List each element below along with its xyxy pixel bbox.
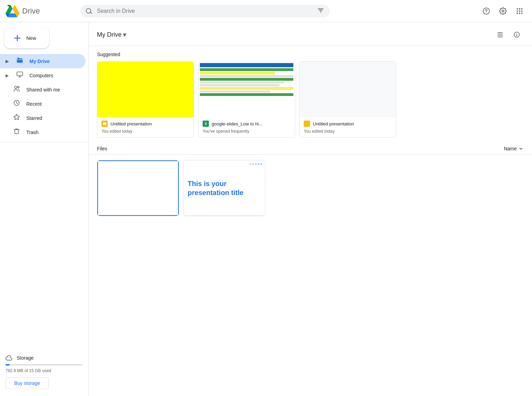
google-drive-logo-icon bbox=[6, 4, 19, 18]
info-button[interactable] bbox=[510, 28, 524, 42]
sidebar-divider bbox=[0, 142, 88, 142]
files-header: Files Name bbox=[89, 143, 532, 155]
file-preview-presentation: This is your presentation title bbox=[184, 160, 265, 216]
header-icons bbox=[479, 4, 526, 18]
files-section-title: Files bbox=[97, 146, 107, 151]
file-name: google-slides_Low to hi... bbox=[212, 121, 263, 126]
file-sub: You edited today bbox=[300, 128, 396, 137]
drive-chevron-icon[interactable]: ▾ bbox=[123, 30, 126, 39]
sheets-icon: X bbox=[203, 121, 209, 127]
drive-title-area: My Drive ▾ bbox=[97, 30, 126, 39]
computers-icon bbox=[16, 71, 24, 80]
sidebar: New ▶ My Drive ▶ Computers Shared with m… bbox=[0, 22, 89, 396]
chevron-icon: ▶ bbox=[6, 73, 9, 78]
svg-rect-14 bbox=[18, 58, 19, 59]
new-button-label: New bbox=[26, 35, 36, 41]
sidebar-item-starred[interactable]: Starred bbox=[0, 111, 86, 125]
svg-rect-26 bbox=[103, 122, 106, 125]
svg-rect-2 bbox=[517, 8, 518, 9]
file-grid-card[interactable] bbox=[97, 160, 179, 216]
drive-title: My Drive bbox=[97, 31, 122, 38]
svg-rect-13 bbox=[17, 59, 23, 63]
sort-button[interactable]: Name bbox=[504, 146, 524, 151]
drive-header-icons bbox=[493, 28, 524, 42]
sidebar-item-computers[interactable]: ▶ Computers bbox=[0, 68, 86, 82]
storage-label: Storage bbox=[6, 354, 83, 361]
slides-icon bbox=[304, 121, 310, 127]
svg-rect-15 bbox=[17, 72, 23, 76]
search-icon bbox=[86, 8, 93, 15]
presentation-content: This is your presentation title bbox=[184, 160, 265, 215]
svg-point-1 bbox=[486, 12, 487, 13]
list-view-button[interactable] bbox=[493, 28, 507, 42]
apps-button[interactable] bbox=[513, 4, 526, 18]
svg-rect-4 bbox=[521, 8, 523, 9]
svg-point-17 bbox=[18, 86, 19, 88]
svg-rect-6 bbox=[519, 10, 520, 12]
recent-icon bbox=[12, 99, 21, 108]
file-sub: You edited today bbox=[97, 128, 194, 137]
sidebar-item-label: My Drive bbox=[29, 59, 50, 64]
file-name: Untitled presentation bbox=[110, 121, 152, 126]
svg-rect-5 bbox=[517, 10, 518, 12]
search-input[interactable] bbox=[97, 8, 313, 14]
svg-rect-8 bbox=[517, 12, 518, 14]
new-button[interactable]: New bbox=[4, 28, 49, 49]
sidebar-item-label: Recent bbox=[26, 101, 42, 107]
sidebar-item-shared[interactable]: Shared with me bbox=[0, 82, 86, 97]
shared-icon bbox=[12, 85, 21, 94]
svg-rect-3 bbox=[519, 8, 520, 9]
file-preview-blank bbox=[300, 62, 396, 117]
file-card-info: X google-slides_Low to hi... bbox=[198, 117, 295, 128]
file-card-info: Untitled presentation bbox=[300, 117, 396, 128]
file-grid-card[interactable]: This is your presentation title bbox=[183, 160, 265, 216]
sidebar-item-my-drive[interactable]: ▶ My Drive bbox=[0, 54, 86, 68]
svg-point-25 bbox=[516, 33, 517, 34]
sort-arrow-icon bbox=[518, 146, 524, 151]
file-name: Untitled presentation bbox=[313, 121, 354, 126]
svg-rect-19 bbox=[498, 32, 503, 33]
storage-used-text: 782.8 MB of 15 GB used bbox=[6, 368, 83, 373]
sidebar-item-recent[interactable]: Recent bbox=[0, 97, 86, 111]
file-preview-yellow bbox=[97, 62, 194, 117]
sidebar-item-label: Trash bbox=[26, 130, 38, 135]
svg-rect-7 bbox=[521, 10, 523, 12]
main-content: My Drive ▾ Suggested bbox=[89, 22, 532, 396]
file-sub: You've opened frequently bbox=[198, 128, 295, 137]
drive-header: My Drive ▾ bbox=[89, 22, 532, 46]
my-drive-icon bbox=[16, 57, 24, 65]
chevron-icon: ▶ bbox=[6, 59, 9, 64]
storage-bar-fill bbox=[6, 364, 10, 366]
files-grid: This is your presentation title bbox=[89, 155, 532, 222]
buy-storage-button[interactable]: Buy storage bbox=[6, 377, 49, 389]
sort-label: Name bbox=[504, 146, 517, 151]
svg-point-16 bbox=[15, 86, 17, 89]
presentation-dots bbox=[249, 163, 262, 165]
svg-rect-9 bbox=[519, 12, 520, 14]
filter-icon[interactable] bbox=[317, 8, 324, 15]
main-layout: New ▶ My Drive ▶ Computers Shared with m… bbox=[0, 22, 532, 396]
settings-button[interactable] bbox=[496, 4, 510, 18]
suggested-cards: Untitled presentation You edited today bbox=[89, 61, 532, 143]
file-preview-white bbox=[97, 160, 179, 216]
storage-section: Storage 782.8 MB of 15 GB used Buy stora… bbox=[0, 350, 88, 393]
search-bar[interactable] bbox=[80, 5, 330, 17]
help-button[interactable] bbox=[479, 4, 493, 18]
app-header: Drive bbox=[0, 0, 532, 22]
suggested-file-card[interactable]: X google-slides_Low to hi... You've open… bbox=[198, 61, 295, 138]
slides-icon bbox=[101, 121, 108, 127]
cloud-icon bbox=[6, 354, 12, 361]
suggested-file-card[interactable]: Untitled presentation You edited today bbox=[299, 61, 396, 138]
svg-rect-10 bbox=[521, 12, 523, 14]
svg-rect-22 bbox=[498, 37, 503, 37]
new-plus-icon bbox=[12, 33, 22, 43]
sidebar-item-label: Starred bbox=[26, 115, 42, 121]
starred-icon bbox=[12, 114, 21, 122]
sidebar-item-label: Computers bbox=[29, 73, 53, 78]
trash-icon bbox=[12, 128, 21, 137]
sidebar-item-label: Shared with me bbox=[26, 87, 60, 93]
presentation-title: This is your presentation title bbox=[188, 179, 261, 197]
sidebar-item-trash[interactable]: Trash bbox=[0, 125, 86, 139]
file-preview-sheet bbox=[198, 62, 295, 117]
suggested-file-card[interactable]: Untitled presentation You edited today bbox=[97, 61, 194, 138]
